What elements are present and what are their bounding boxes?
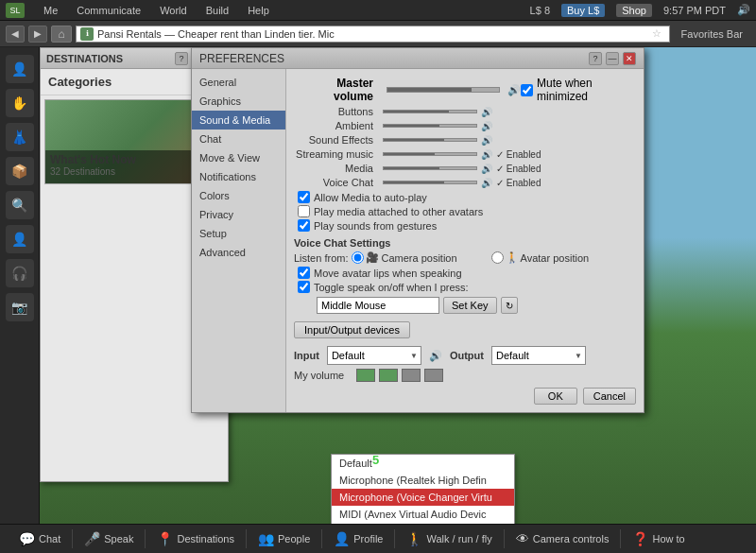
camera-position-radio[interactable] (352, 251, 364, 264)
master-volume-slider[interactable] (387, 87, 500, 93)
taskbar-people[interactable]: 👥 People (249, 527, 319, 550)
media-enabled-label: ✓ Enabled (496, 164, 541, 174)
taskbar-profile[interactable]: 👤 Profile (324, 527, 392, 550)
dd-item-default[interactable]: Default (332, 455, 514, 472)
whats-hot-title: What's Hot Now (50, 153, 197, 166)
prefs-nav-notifications[interactable]: Notifications (192, 167, 285, 186)
dd-item-voice-changer[interactable]: Microphone (Voice Changer Virtu (332, 489, 514, 506)
avatar-walk-icon: 🚶 (506, 251, 519, 264)
vol-media-slider[interactable] (383, 166, 477, 170)
volume-icon[interactable]: 🔊 (737, 4, 750, 16)
back-button[interactable]: ◀ (6, 26, 25, 43)
prefs-nav-advanced[interactable]: Advanced (192, 243, 285, 262)
ok-button[interactable]: OK (534, 388, 577, 405)
prefs-nav-colors[interactable]: Colors (192, 186, 285, 205)
taskbar-camera[interactable]: 👁 Camera controls (507, 527, 619, 550)
vol-sound-effects-icon[interactable]: 🔊 (481, 135, 492, 146)
url-text: Pansi Rentals — Cheaper rent than Linden… (97, 28, 335, 40)
menu-build[interactable]: Build (202, 3, 232, 18)
menu-help[interactable]: Help (244, 3, 273, 18)
taskbar-divider-3 (246, 529, 247, 548)
forward-button[interactable]: ▶ (28, 26, 47, 43)
taskbar-divider-1 (72, 529, 73, 548)
streaming-enabled-label: ✓ Enabled (496, 149, 541, 160)
prefs-nav-graphics[interactable]: Graphics (192, 92, 285, 111)
avatar-position-radio[interactable] (491, 251, 504, 264)
play-sounds-gestures-checkbox[interactable] (298, 219, 310, 232)
vol-ambient-slider[interactable] (383, 124, 477, 128)
sidebar-search-icon[interactable]: 🔍 (6, 191, 34, 219)
vol-voice-chat-icon[interactable]: 🔊 (481, 178, 492, 188)
camera-position-option[interactable]: 🎥 Camera position (352, 251, 456, 264)
taskbar-speak[interactable]: 🎤 Speak (75, 527, 143, 550)
taskbar-people-label: People (278, 533, 310, 544)
toggle-speak-label: Toggle speak on/off when I press: (314, 282, 469, 293)
taskbar-destinations[interactable]: 📍 Destinations (147, 527, 244, 550)
output-select[interactable]: Default (491, 346, 586, 365)
taskbar-chat[interactable]: 💬 Chat (9, 527, 70, 550)
bookmark-button[interactable]: ☆ (648, 27, 665, 40)
key-input-field[interactable] (317, 297, 439, 314)
destinations-icon: 📍 (157, 531, 173, 546)
dd-item-realtek[interactable]: Microphone (Realtek High Defin (332, 472, 514, 489)
clock: 9:57 PM PDT (663, 5, 726, 16)
menu-me[interactable]: Me (40, 3, 61, 18)
vol-bar-1 (356, 369, 375, 382)
vol-streaming-slider[interactable] (383, 152, 477, 156)
prefs-nav-general[interactable]: General (192, 73, 285, 92)
home-button[interactable]: ⌂ (51, 26, 72, 43)
prefs-nav-setup[interactable]: Setup (192, 224, 285, 243)
vol-voice-chat-slider[interactable] (383, 181, 477, 184)
taskbar-walk[interactable]: 🚶 Walk / run / fly (397, 527, 501, 550)
input-dropdown-control[interactable]: Default ▼ (327, 346, 421, 365)
input-select[interactable]: Default (327, 346, 421, 365)
prefs-minimize-button[interactable]: — (606, 52, 619, 65)
play-media-avatars-checkbox[interactable] (298, 205, 310, 217)
auto-play-checkbox[interactable] (298, 191, 310, 203)
vol-buttons-icon[interactable]: 🔊 (481, 107, 492, 117)
refresh-button[interactable]: ↻ (501, 297, 518, 314)
prefs-nav-sound-media[interactable]: Sound & Media (192, 111, 285, 130)
chat-icon: 💬 (19, 531, 35, 546)
menu-world[interactable]: World (156, 3, 191, 18)
buy-linden-button[interactable]: Buy L$ (561, 4, 605, 17)
prefs-nav-move-view[interactable]: Move & View (192, 148, 285, 167)
url-bar[interactable]: ℹ Pansi Rentals — Cheaper rent than Lind… (76, 26, 670, 43)
vol-media-icon[interactable]: 🔊 (481, 164, 492, 174)
sidebar-people-icon[interactable]: 👤 (6, 55, 34, 83)
set-key-button[interactable]: Set Key (443, 297, 497, 314)
prefs-help-button[interactable]: ? (589, 52, 602, 65)
destinations-help-button[interactable]: ? (175, 52, 188, 65)
mute-minimized-checkbox[interactable] (521, 84, 533, 96)
sidebar-inventory-icon[interactable]: 📦 (6, 157, 34, 185)
taskbar-howto[interactable]: ❓ How to (623, 527, 694, 550)
toggle-speak-checkbox[interactable] (298, 281, 310, 293)
sidebar-avatar-icon[interactable]: 👗 (6, 123, 34, 151)
prefs-close-button[interactable]: ✕ (623, 52, 636, 65)
io-devices-button[interactable]: Input/Output devices (294, 321, 410, 338)
dialog-actions: OK Cancel (294, 388, 636, 405)
vol-ambient-icon[interactable]: 🔊 (481, 121, 492, 131)
sidebar-audio-icon[interactable]: 🎧 (6, 259, 34, 287)
move-avatar-checkbox[interactable] (298, 267, 310, 279)
shop-button[interactable]: Shop (616, 4, 652, 17)
menu-communicate[interactable]: Communicate (73, 3, 145, 18)
vol-streaming-icon[interactable]: 🔊 (481, 149, 492, 160)
vol-buttons-slider[interactable] (383, 110, 477, 113)
cancel-button[interactable]: Cancel (583, 388, 636, 405)
master-volume-icon[interactable]: 🔊 (507, 84, 521, 96)
prefs-nav-privacy[interactable]: Privacy (192, 205, 285, 224)
sidebar-profile-icon[interactable]: 👤 (6, 225, 34, 253)
toggle-speak-row: Toggle speak on/off when I press: (294, 281, 636, 293)
vol-sound-effects-slider[interactable] (383, 138, 477, 142)
dd-item-midi[interactable]: MIDI (Avnex Virtual Audio Devic (332, 506, 514, 523)
sidebar-snapshot-icon[interactable]: 📷 (6, 293, 34, 321)
sidebar-move-icon[interactable]: ✋ (6, 89, 34, 117)
avatar-position-option[interactable]: 🚶 Avatar position (491, 251, 590, 264)
prefs-nav-chat[interactable]: Chat (192, 130, 285, 148)
input-device-dropdown[interactable]: Default Microphone (Realtek High Defin M… (331, 454, 515, 524)
listen-from-section: Listen from: 🎥 Camera position 🚶 Avatar … (294, 251, 636, 264)
io-speaker-icon: 🔊 (429, 350, 442, 362)
output-dropdown-control[interactable]: Default ▼ (491, 346, 586, 365)
dd-item-default-system[interactable]: Default System Device (332, 523, 514, 524)
